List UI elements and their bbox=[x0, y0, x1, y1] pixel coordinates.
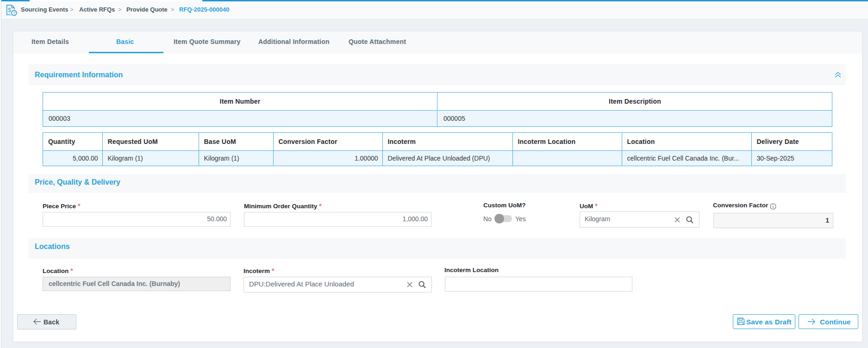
svg-text:?: ? bbox=[13, 11, 15, 15]
